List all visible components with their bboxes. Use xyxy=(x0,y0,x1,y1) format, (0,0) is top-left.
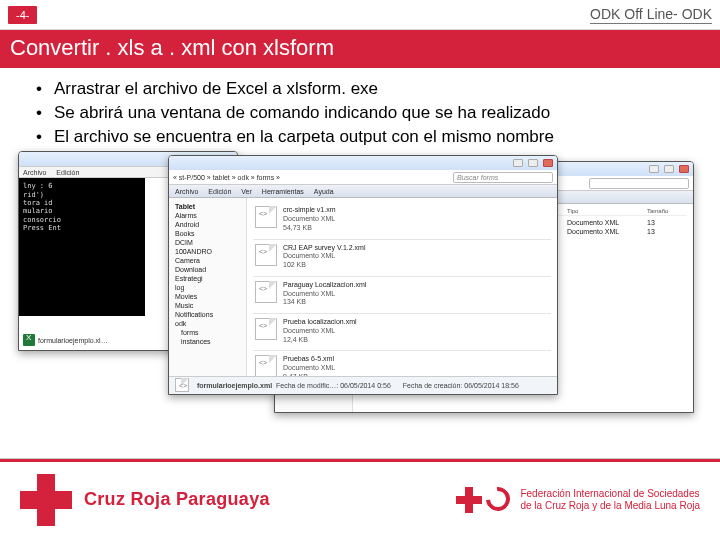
logo-text-left: Cruz Roja Paraguaya xyxy=(84,489,270,510)
xml-file-icon xyxy=(255,281,277,303)
tree-item: Notifications xyxy=(171,310,244,319)
xml-file-icon xyxy=(255,206,277,228)
file-tile[interactable]: CRJ EAP survey V.1.2.xmlDocumento XML102… xyxy=(253,240,551,277)
maximize-button[interactable] xyxy=(528,159,538,167)
menu-item[interactable]: Ver xyxy=(241,188,252,195)
xml-file-icon xyxy=(255,244,277,266)
doc-title: ODK Off Line- ODK xyxy=(590,6,712,24)
red-cross-icon xyxy=(456,487,482,513)
breadcrumb[interactable]: « st-P/500 » tablet » odk » forms » xyxy=(173,174,449,181)
tree-item: Download xyxy=(171,265,244,274)
search-input[interactable] xyxy=(589,178,689,189)
menu-item[interactable]: Archivo xyxy=(23,169,46,176)
column-header[interactable]: Tipo xyxy=(567,208,647,214)
tree-item: DCIM xyxy=(171,238,244,247)
search-input[interactable]: Buscar forms xyxy=(453,172,553,183)
tree-item: Android xyxy=(171,220,244,229)
bullet-item: Arrastrar el archivo de Excel a xlsform.… xyxy=(34,78,686,100)
menu-item[interactable]: Edición xyxy=(56,169,79,176)
bullet-item: El archivo se encuentra en la carpeta ou… xyxy=(34,126,686,148)
tree-item: Music xyxy=(171,301,244,310)
page-number-badge: -4- xyxy=(8,6,37,24)
tree-item: Books xyxy=(171,229,244,238)
tree-item: Camera xyxy=(171,256,244,265)
tree-item: Estrategi xyxy=(171,274,244,283)
file-tile[interactable]: Prueba localizacion.xmlDocumento XML12,4… xyxy=(253,314,551,351)
console-output: lny : 6 rid') tora id mulario consorcio … xyxy=(19,178,145,316)
tree-item: log xyxy=(171,283,244,292)
section-title: Convertir . xls a . xml con xlsform xyxy=(0,30,720,68)
menu-item[interactable]: Herramientas xyxy=(262,188,304,195)
dragged-file-label: formularioejemplo.xl… xyxy=(38,337,108,344)
close-button[interactable] xyxy=(679,165,689,173)
tree-item: Movies xyxy=(171,292,244,301)
screenshot-area: Archivo Edición lny : 6 rid') tora id mu… xyxy=(0,151,720,431)
tree-item: odk xyxy=(171,319,244,328)
menu-item[interactable]: Archivo xyxy=(175,188,198,195)
menu-item[interactable]: Ayuda xyxy=(314,188,334,195)
close-button[interactable] xyxy=(543,159,553,167)
minimize-button[interactable] xyxy=(513,159,523,167)
logo-ifrc: Federación Internacional de Sociedades d… xyxy=(456,487,700,513)
bullet-item: Se abrirá una ventana de comando indican… xyxy=(34,102,686,124)
file-tile[interactable]: Paraguay Localizacion.xmlDocumento XML13… xyxy=(253,277,551,314)
menu-item[interactable]: Edición xyxy=(208,188,231,195)
maximize-button[interactable] xyxy=(664,165,674,173)
status-bar: formularioejemplo.xml Fecha de modific…:… xyxy=(169,376,557,394)
minimize-button[interactable] xyxy=(649,165,659,173)
xml-file-icon xyxy=(175,378,189,392)
xml-file-icon xyxy=(255,355,277,377)
top-bar: -4- ODK Off Line- ODK xyxy=(0,0,720,30)
xml-file-icon xyxy=(255,318,277,340)
file-tile[interactable]: crc-simple v1.xmDocumento XML54,73 KB xyxy=(253,202,551,239)
red-cross-icon xyxy=(20,474,72,526)
footer: Cruz Roja Paraguaya Federación Internaci… xyxy=(0,458,720,540)
red-crescent-icon xyxy=(482,482,516,516)
tree-item: Alarms xyxy=(171,211,244,220)
logo-text-right: Federación Internacional de Sociedades d… xyxy=(520,488,700,512)
explorer-window-front: « st-P/500 » tablet » odk » forms » Busc… xyxy=(168,155,558,395)
folder-tree[interactable]: Tablet Alarms Android Books DCIM 100ANDR… xyxy=(169,198,247,394)
column-header[interactable]: Tamaño xyxy=(647,208,687,214)
file-list-tiles: crc-simple v1.xmDocumento XML54,73 KB CR… xyxy=(247,198,557,394)
tree-item: forms xyxy=(171,328,244,337)
tree-item: instances xyxy=(171,337,244,346)
logo-cruz-roja-paraguaya: Cruz Roja Paraguaya xyxy=(20,474,270,526)
instruction-list: Arrastrar el archivo de Excel a xlsform.… xyxy=(0,68,720,155)
tree-item: 100ANDRO xyxy=(171,247,244,256)
excel-icon xyxy=(23,334,35,346)
